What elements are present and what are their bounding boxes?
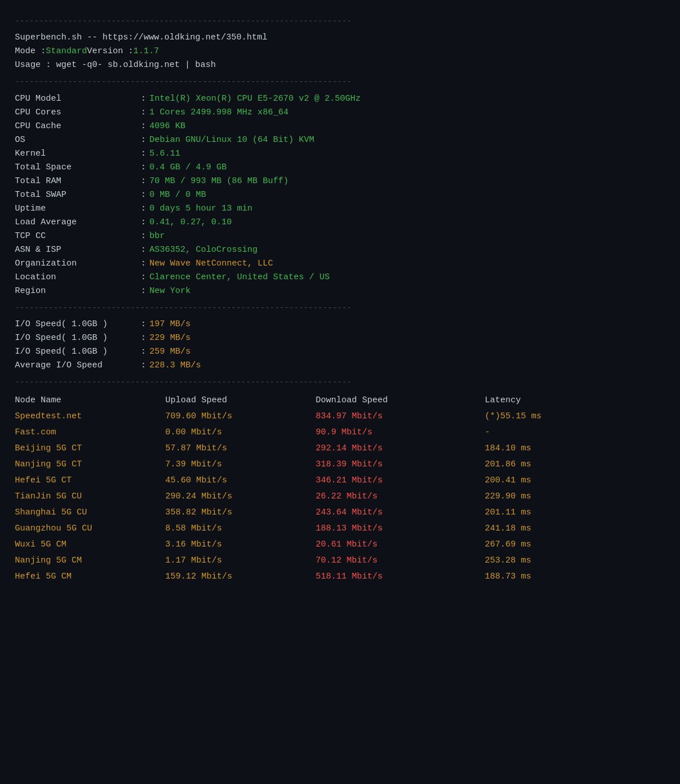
network-download-speed: 292.14 Mbit/s: [315, 441, 485, 457]
network-upload-speed: 358.82 Mbit/s: [165, 505, 316, 521]
io2-colon: :: [141, 331, 146, 345]
network-download-speed: 26.22 Mbit/s: [315, 489, 485, 505]
usage-line: Usage : wget -q0- sb.oldking.net | bash: [15, 58, 216, 72]
org-row: Organization : New Wave NetConnect, LLC: [15, 257, 598, 271]
network-table-header: Node Name Upload Speed Download Speed La…: [15, 393, 598, 409]
io1-row: I/O Speed( 1.0GB ) : 197 MB/s: [15, 318, 598, 331]
network-table: Node Name Upload Speed Download Speed La…: [15, 393, 598, 585]
cpu-model-label: CPU Model: [15, 92, 141, 106]
total-ram-label: Total RAM: [15, 175, 141, 188]
version-value: 1.1.7: [133, 45, 159, 58]
io3-colon: :: [141, 345, 146, 359]
io3-label: I/O Speed( 1.0GB ): [15, 345, 141, 359]
network-node-name: Guangzhou 5G CU: [15, 521, 165, 537]
asn-value: AS36352, ColoCrossing: [149, 243, 258, 257]
network-upload-speed: 0.00 Mbit/s: [165, 425, 316, 441]
total-ram-colon: :: [141, 175, 146, 188]
avg-io-colon: :: [141, 359, 146, 373]
network-table-row: TianJin 5G CU290.24 Mbit/s26.22 Mbit/s22…: [15, 489, 598, 505]
uptime-value: 0 days 5 hour 13 min: [149, 202, 252, 216]
io1-colon: :: [141, 318, 146, 331]
os-row: OS : Debian GNU/Linux 10 (64 Bit) KVM: [15, 133, 598, 147]
network-upload-speed: 57.87 Mbit/s: [165, 441, 316, 457]
location-row: Location : Clarence Center, United State…: [15, 271, 598, 284]
io1-label: I/O Speed( 1.0GB ): [15, 318, 141, 331]
network-upload-speed: 8.58 Mbit/s: [165, 521, 316, 537]
region-row: Region : New York: [15, 284, 598, 298]
network-table-row: Hefei 5G CT45.60 Mbit/s346.21 Mbit/s200.…: [15, 473, 598, 489]
location-colon: :: [141, 271, 146, 284]
header-line1: Superbench.sh -- https://www.oldking.net…: [15, 31, 598, 45]
asn-colon: :: [141, 243, 146, 257]
network-table-row: Hefei 5G CM159.12 Mbit/s518.11 Mbit/s188…: [15, 569, 598, 585]
divider-1: ----------------------------------------…: [15, 76, 598, 88]
network-latency: 188.73 ms: [485, 569, 598, 585]
cpu-cache-row: CPU Cache : 4096 KB: [15, 120, 598, 133]
avg-io-label: Average I/O Speed: [15, 359, 141, 373]
cpu-cores-label: CPU Cores: [15, 106, 141, 120]
network-table-row: Wuxi 5G CM3.16 Mbit/s20.61 Mbit/s267.69 …: [15, 537, 598, 553]
total-swap-value: 0 MB / 0 MB: [149, 188, 206, 202]
total-space-row: Total Space : 0.4 GB / 4.9 GB: [15, 161, 598, 175]
cpu-model-value: Intel(R) Xeon(R) CPU E5-2670 v2 @ 2.50GH…: [149, 92, 361, 106]
network-latency: -: [485, 425, 598, 441]
avg-io-value: 228.3 MB/s: [149, 359, 201, 373]
network-upload-speed: 3.16 Mbit/s: [165, 537, 316, 553]
region-colon: :: [141, 284, 146, 298]
network-node-name: Speedtest.net: [15, 409, 165, 425]
load-avg-label: Load Average: [15, 216, 141, 229]
total-space-value: 0.4 GB / 4.9 GB: [149, 161, 227, 175]
network-download-speed: 318.39 Mbit/s: [315, 457, 485, 473]
tcp-cc-label: TCP CC: [15, 229, 141, 243]
col-download-header: Download Speed: [315, 393, 485, 409]
total-space-colon: :: [141, 161, 146, 175]
kernel-value: 5.6.11: [149, 147, 180, 161]
header-section: Superbench.sh -- https://www.oldking.net…: [15, 31, 598, 72]
tcp-cc-value: bbr: [149, 229, 165, 243]
kernel-colon: :: [141, 147, 146, 161]
network-latency: 267.69 ms: [485, 537, 598, 553]
cpu-cores-value: 1 Cores 2499.998 MHz x86_64: [149, 106, 288, 120]
network-latency: 229.90 ms: [485, 489, 598, 505]
header-line2: Mode : Standard Version : 1.1.7: [15, 45, 598, 58]
network-latency: 201.86 ms: [485, 457, 598, 473]
org-label: Organization: [15, 257, 141, 271]
network-latency: 201.11 ms: [485, 505, 598, 521]
avg-io-row: Average I/O Speed : 228.3 MB/s: [15, 359, 598, 373]
io3-row: I/O Speed( 1.0GB ) : 259 MB/s: [15, 345, 598, 359]
network-download-speed: 70.12 Mbit/s: [315, 553, 485, 569]
network-node-name: Fast.com: [15, 425, 165, 441]
uptime-label: Uptime: [15, 202, 141, 216]
total-swap-colon: :: [141, 188, 146, 202]
network-upload-speed: 1.17 Mbit/s: [165, 553, 316, 569]
network-node-name: Wuxi 5G CM: [15, 537, 165, 553]
total-ram-value: 70 MB / 993 MB (86 MB Buff): [149, 175, 288, 188]
region-value: New York: [149, 284, 191, 298]
total-ram-row: Total RAM : 70 MB / 993 MB (86 MB Buff): [15, 175, 598, 188]
total-swap-label: Total SWAP: [15, 188, 141, 202]
network-download-speed: 518.11 Mbit/s: [315, 569, 485, 585]
network-table-row: Beijing 5G CT57.87 Mbit/s292.14 Mbit/s18…: [15, 441, 598, 457]
io2-label: I/O Speed( 1.0GB ): [15, 331, 141, 345]
network-download-speed: 834.97 Mbit/s: [315, 409, 485, 425]
network-download-speed: 20.61 Mbit/s: [315, 537, 485, 553]
location-label: Location: [15, 271, 141, 284]
org-colon: :: [141, 257, 146, 271]
network-node-name: Hefei 5G CT: [15, 473, 165, 489]
network-download-speed: 90.9 Mbit/s: [315, 425, 485, 441]
mode-label: Mode :: [15, 45, 46, 58]
network-table-row: Shanghai 5G CU358.82 Mbit/s243.64 Mbit/s…: [15, 505, 598, 521]
network-node-name: Nanjing 5G CT: [15, 457, 165, 473]
cpu-model-row: CPU Model : Intel(R) Xeon(R) CPU E5-2670…: [15, 92, 598, 106]
network-table-row: Nanjing 5G CM1.17 Mbit/s70.12 Mbit/s253.…: [15, 553, 598, 569]
io2-value: 229 MB/s: [149, 331, 191, 345]
network-node-name: Nanjing 5G CM: [15, 553, 165, 569]
terminal-window: ----------------------------------------…: [6, 6, 607, 593]
network-node-name: Hefei 5G CM: [15, 569, 165, 585]
io3-value: 259 MB/s: [149, 345, 191, 359]
io2-row: I/O Speed( 1.0GB ) : 229 MB/s: [15, 331, 598, 345]
version-label: Version :: [87, 45, 133, 58]
col-latency-header: Latency: [485, 393, 598, 409]
network-table-row: Nanjing 5G CT7.39 Mbit/s318.39 Mbit/s201…: [15, 457, 598, 473]
cpu-cores-row: CPU Cores : 1 Cores 2499.998 MHz x86_64: [15, 106, 598, 120]
